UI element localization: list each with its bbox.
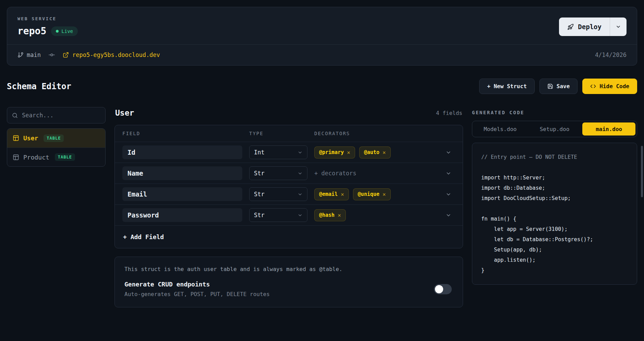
field-name-input[interactable]	[122, 166, 242, 180]
decorator-chip: @auto×	[359, 146, 391, 158]
service-card: WEB SERVICE repo5 Live Deploy	[7, 7, 637, 66]
decorator-label: @hash	[319, 212, 335, 218]
remove-decorator-icon[interactable]: ×	[382, 191, 386, 198]
hide-code-label: Hide Code	[599, 83, 629, 90]
new-struct-label: + New Struct	[487, 83, 527, 90]
status-badge: Live	[51, 26, 78, 36]
service-name: repo5	[17, 25, 46, 37]
search-box	[7, 107, 106, 124]
code-body: import http::Server; import db::Database…	[481, 175, 593, 273]
code-file-tabs: Models.doo Setup.doo main.doo	[472, 121, 637, 137]
struct-item-label: User	[23, 134, 38, 142]
add-field-label: + Add Field	[123, 233, 164, 240]
decorator-label: @unique	[358, 191, 379, 197]
struct-note: This struct is the auth user table and i…	[124, 266, 453, 272]
tab-main-doo[interactable]: main.doo	[582, 122, 635, 136]
decorator-label: @auto	[364, 149, 379, 155]
field-name-input[interactable]	[122, 145, 242, 159]
crud-toggle[interactable]	[434, 284, 452, 294]
remove-decorator-icon[interactable]: ×	[341, 191, 344, 198]
search-input[interactable]	[22, 112, 100, 119]
fields-table: FIELD TYPE DECORATORS Int @primary× @aut…	[114, 125, 463, 248]
external-link-icon	[63, 52, 69, 58]
remove-decorator-icon[interactable]: ×	[382, 149, 386, 156]
table-badge: TABLE	[44, 134, 64, 142]
remove-decorator-icon[interactable]: ×	[338, 212, 341, 219]
type-value: Int	[254, 149, 265, 156]
chevron-down-icon	[297, 213, 303, 218]
field-name-input[interactable]	[122, 208, 242, 222]
fields-count: 4 fields	[436, 110, 462, 116]
struct-item-label: Product	[23, 154, 49, 161]
branch-indicator: main	[17, 51, 41, 58]
type-select[interactable]: Str	[249, 208, 307, 222]
toggle-knob	[435, 285, 443, 293]
new-struct-button[interactable]: + New Struct	[479, 79, 535, 94]
type-select[interactable]: Str	[249, 187, 307, 201]
save-label: Save	[557, 83, 570, 90]
table-header: FIELD TYPE DECORATORS	[115, 125, 463, 142]
decorator-chip: @unique×	[353, 188, 391, 200]
sidebar-item-user[interactable]: User TABLE	[7, 129, 105, 148]
add-decorator-button[interactable]: + decorators	[314, 170, 356, 177]
field-row-email: Str @email× @unique×	[115, 184, 463, 204]
table-icon	[13, 135, 19, 141]
deploy-date: 4/14/2026	[595, 51, 627, 58]
git-branch-icon	[17, 52, 24, 58]
column-header-type: TYPE	[249, 131, 307, 136]
generated-code-heading: GENERATED CODE	[472, 107, 637, 115]
decorator-label: @primary	[319, 149, 344, 155]
chevron-down-icon	[616, 24, 621, 30]
code-block: // Entry point — DO NOT DELETE import ht…	[481, 152, 628, 275]
rocket-icon	[567, 24, 574, 30]
tab-models-doo[interactable]: Models.doo	[474, 122, 527, 136]
field-row-password: Str @hash×	[115, 204, 463, 225]
code-viewer: // Entry point — DO NOT DELETE import ht…	[472, 143, 637, 285]
struct-note-card: This struct is the auth user table and i…	[114, 257, 463, 307]
chevron-down-icon	[297, 171, 303, 176]
type-select[interactable]: Str	[249, 166, 307, 180]
expand-row-button[interactable]	[446, 170, 455, 176]
save-button[interactable]: Save	[539, 79, 578, 94]
tab-setup-doo[interactable]: Setup.doo	[528, 122, 581, 136]
deploy-button[interactable]: Deploy	[559, 17, 627, 36]
deploy-menu-button[interactable]	[610, 17, 627, 36]
field-row-id: Int @primary× @auto×	[115, 142, 463, 163]
add-field-button[interactable]: + Add Field	[115, 225, 463, 248]
table-icon	[13, 154, 19, 161]
hide-code-button[interactable]: Hide Code	[582, 79, 637, 94]
page-title: Schema Editor	[7, 82, 71, 91]
struct-title: User	[115, 108, 134, 117]
code-icon	[590, 83, 596, 89]
decorator-label: @email	[319, 191, 338, 197]
service-url-link[interactable]: repo5-egy5bs.doocloud.dev	[63, 51, 160, 58]
sidebar-item-product[interactable]: Product TABLE	[7, 148, 105, 166]
expand-row-button[interactable]	[446, 191, 455, 197]
chevron-down-icon	[297, 192, 303, 197]
chevron-down-icon	[297, 150, 303, 155]
field-row-name: Str + decorators	[115, 163, 463, 184]
crud-subtitle: Auto-generates GET, POST, PUT, DELETE ro…	[124, 291, 270, 297]
save-icon	[547, 83, 553, 89]
struct-list: User TABLE Product TABLE	[7, 128, 106, 167]
type-value: Str	[254, 170, 265, 177]
type-value: Str	[254, 191, 265, 198]
expand-row-button[interactable]	[446, 212, 455, 218]
column-header-decorators: DECORATORS	[314, 131, 439, 136]
expand-row-button[interactable]	[446, 150, 455, 155]
service-url: repo5-egy5bs.doocloud.dev	[72, 51, 160, 58]
field-name-input[interactable]	[122, 187, 242, 201]
column-header-field: FIELD	[122, 131, 242, 136]
decorator-chip: @hash×	[314, 209, 346, 221]
type-select[interactable]: Int	[249, 145, 307, 159]
type-value: Str	[254, 212, 265, 219]
scrollbar-thumb[interactable]	[641, 146, 643, 197]
branch-name: main	[27, 51, 41, 58]
search-icon	[12, 113, 18, 118]
decorator-chip: @email×	[314, 188, 349, 200]
service-kicker: WEB SERVICE	[17, 16, 78, 21]
table-badge: TABLE	[55, 153, 75, 161]
remove-decorator-icon[interactable]: ×	[347, 149, 350, 156]
deploy-label: Deploy	[578, 23, 602, 31]
status-label: Live	[61, 28, 73, 34]
